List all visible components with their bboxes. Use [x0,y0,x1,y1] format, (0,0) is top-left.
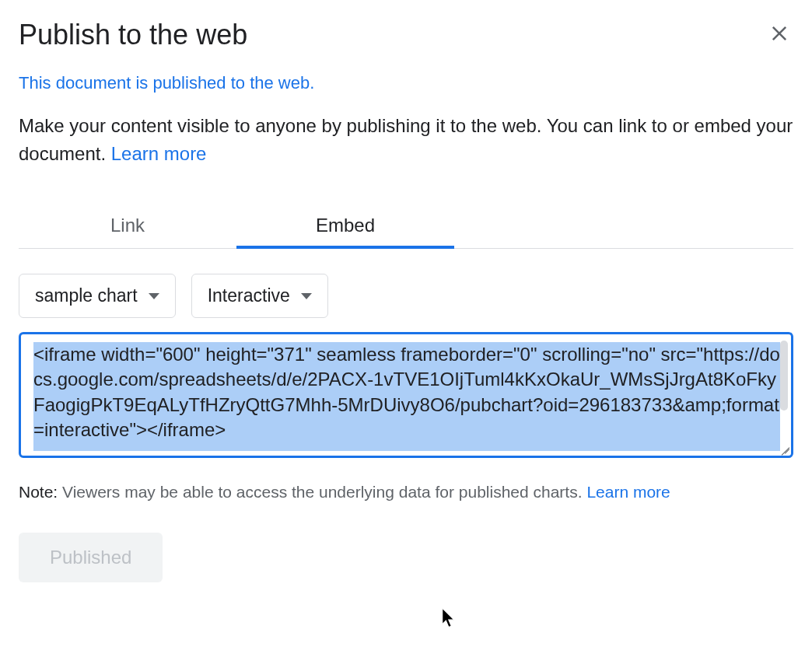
note-text: Viewers may be able to access the underl… [58,483,586,501]
dropdown-row: sample chart Interactive [19,274,793,318]
learn-more-link[interactable]: Learn more [111,143,207,164]
caret-down-icon [149,293,159,299]
note-label: Note: [19,483,58,501]
scrollbar[interactable] [780,341,788,411]
embed-code-textarea[interactable] [33,342,780,451]
chart-select-value: sample chart [35,285,138,306]
published-button[interactable]: Published [19,533,163,582]
chart-select-dropdown[interactable]: sample chart [19,274,176,318]
dialog-header: Publish to the web [19,19,793,51]
resize-handle[interactable] [775,440,789,454]
mode-select-dropdown[interactable]: Interactive [191,274,328,318]
caret-down-icon [301,293,312,299]
dialog-title: Publish to the web [19,19,247,51]
published-notice-link[interactable]: This document is published to the web. [19,73,793,93]
note-row: Note: Viewers may be able to access the … [19,483,793,501]
tabs: Link Embed [19,205,793,249]
close-icon [768,23,790,44]
dialog-description: Make your content visible to anyone by p… [19,112,793,168]
tab-embed[interactable]: Embed [236,205,454,249]
embed-code-field[interactable] [19,332,793,458]
tab-link[interactable]: Link [19,205,236,248]
close-button[interactable] [765,19,793,51]
note-learn-more-link[interactable]: Learn more [586,483,670,501]
mode-select-value: Interactive [208,285,290,306]
